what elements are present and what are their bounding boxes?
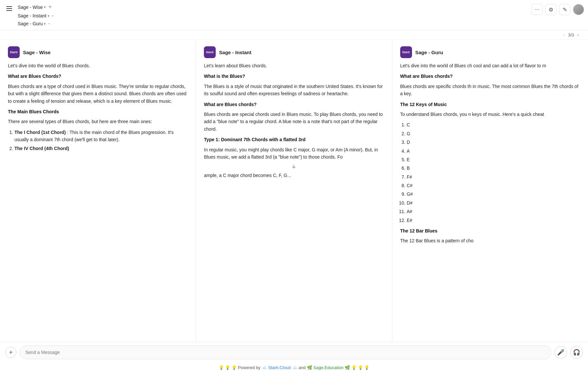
wise-heading-1: What are Blues Chords? <box>8 73 188 80</box>
add-session-button[interactable]: + <box>47 4 53 11</box>
add-attachment-button[interactable]: + <box>5 347 16 358</box>
startr-logo-text: Startr <box>206 51 214 54</box>
footer-trailing: 🌿 💡 💡 💡 <box>345 365 369 370</box>
instant-intro: Let's learn about Blues chords. <box>204 62 384 69</box>
footer-and: ☁️ and <box>292 365 306 370</box>
avatar-button[interactable] <box>573 4 584 15</box>
guru-intro: Let's dive into the world of Blues ch co… <box>400 62 580 69</box>
top-bar-left: Sage - Wise ▾ + Sage - Instant ▾ − Sage … <box>4 3 56 27</box>
filter-button[interactable]: ⚙ <box>545 4 556 15</box>
session-list: Sage - Wise ▾ + Sage - Instant ▾ − Sage … <box>16 3 56 27</box>
wise-heading-2: The Main Blues Chords <box>8 108 188 115</box>
guru-heading-2: The 12 Keys of Music <box>400 101 580 108</box>
footer-powered: 💡 💡 💡 Powered by ☁️ <box>219 365 267 370</box>
startr-logo-instant: Startr <box>204 46 216 58</box>
session-item-guru[interactable]: Sage - Guru ▾ − <box>16 20 56 27</box>
column-instant-header: Startr Sage - Instant <box>204 46 384 58</box>
list-item: The IV Chord (4th Chord) <box>14 145 188 152</box>
main-content: Startr Sage - Wise Let's dive into the w… <box>0 40 588 342</box>
list-item: C <box>407 121 580 128</box>
list-item: B <box>407 165 580 172</box>
chevron-down-icon: ▾ <box>44 5 46 9</box>
top-bar: Sage - Wise ▾ + Sage - Instant ▾ − Sage … <box>0 0 588 30</box>
instant-para-4: ample, a C major chord becomes C, F, G..… <box>204 172 384 179</box>
wise-intro: Let's dive into the world of Blues chord… <box>8 62 188 69</box>
list-item: The I Chord (1st Chord) : This is the ma… <box>14 129 188 143</box>
column-wise-title: Sage - Wise <box>23 50 51 55</box>
next-page-button[interactable]: › <box>576 32 580 38</box>
remove-session-button[interactable]: − <box>48 21 50 26</box>
guru-keys-list: C G D A E B F# C# G# D# A# E# <box>407 121 580 224</box>
column-guru-body: Let's dive into the world of Blues ch co… <box>400 62 580 245</box>
scroll-down-icon <box>204 164 384 169</box>
edit-button[interactable]: ✎ <box>559 4 570 15</box>
edit-icon: ✎ <box>563 7 567 13</box>
list-item: A <box>407 147 580 155</box>
headphone-icon: 🎧 <box>573 349 580 356</box>
page-indicator: 3/3 <box>568 33 574 37</box>
wise-para-2: There are several types of Blues chords,… <box>8 118 188 125</box>
footer-line: 💡 💡 💡 Powered by ☁️ Startr.Cloud ☁️ and … <box>219 365 369 370</box>
top-bar-right: ··· ⚙ ✎ <box>532 3 584 15</box>
columns-wrapper: Startr Sage - Wise Let's dive into the w… <box>0 40 588 342</box>
column-wise-header: Startr Sage - Wise <box>8 46 188 58</box>
pagination: ‹ 3/3 › <box>562 32 580 38</box>
more-icon: ··· <box>535 7 539 12</box>
wise-para-1: Blues chords are a type of chord used in… <box>8 83 188 105</box>
list-item: E <box>407 156 580 163</box>
startr-logo-guru: Startr <box>400 46 412 58</box>
guru-para-2: To understand Blues chords, you n keys o… <box>400 111 580 118</box>
mic-icon: 🎤 <box>557 349 564 356</box>
session-guru-label: Sage - Guru <box>18 21 43 26</box>
column-instant-title: Sage - Instant <box>219 50 251 55</box>
column-wise: Startr Sage - Wise Let's dive into the w… <box>0 40 196 342</box>
instant-para-1: The Blues is a style of music that origi… <box>204 83 384 98</box>
microphone-button[interactable]: 🎤 <box>555 346 567 359</box>
guru-heading-3: The 12 Bar Blues <box>400 227 580 234</box>
session-item-wise[interactable]: Sage - Wise ▾ + <box>16 3 56 11</box>
list-item: A# <box>407 208 580 215</box>
column-wise-body: Let's dive into the world of Blues chord… <box>8 62 188 152</box>
hamburger-icon <box>6 6 12 11</box>
sage-education-link[interactable]: 🌿 Sage.Education <box>307 365 343 370</box>
filter-icon: ⚙ <box>549 7 553 13</box>
instant-para-3: In regular music, you might play chords … <box>204 146 384 161</box>
list-item: D <box>407 139 580 146</box>
remove-session-button[interactable]: − <box>51 13 54 18</box>
avatar <box>573 4 584 15</box>
column-guru: Startr Sage - Guru Let's dive into the w… <box>392 40 588 342</box>
instant-para-2: Blues chords are special chords used in … <box>204 111 384 133</box>
column-guru-title: Sage - Guru <box>415 50 443 55</box>
list-item: G <box>407 130 580 137</box>
plus-icon: + <box>9 349 13 356</box>
column-instant: Startr Sage - Instant Let's learn about … <box>196 40 392 342</box>
guru-heading-1: What are Blues chords? <box>400 73 580 80</box>
session-wise-label: Sage - Wise <box>18 5 43 10</box>
list-item: F# <box>407 173 580 181</box>
column-instant-body: Let's learn about Blues chords. What is … <box>204 62 384 179</box>
wise-chords-list: The I Chord (1st Chord) : This is the ma… <box>14 129 188 152</box>
prev-page-button[interactable]: ‹ <box>562 32 566 38</box>
guru-para-1: Blues chords are specific chords th in m… <box>400 83 580 98</box>
startr-logo-wise: Startr <box>8 46 20 58</box>
hamburger-button[interactable] <box>4 3 14 14</box>
chevron-down-icon: ▾ <box>48 14 49 18</box>
column-guru-header: Startr Sage - Guru <box>400 46 580 58</box>
instant-heading-1: What is the Blues? <box>204 73 384 80</box>
list-item: D# <box>407 199 580 207</box>
session-item-instant[interactable]: Sage - Instant ▾ − <box>16 12 56 19</box>
guru-para-3: The 12 Bar Blues is a pattern of cho <box>400 237 580 244</box>
more-button[interactable]: ··· <box>532 4 543 15</box>
list-item: E# <box>407 217 580 224</box>
message-input[interactable] <box>20 345 551 359</box>
startr-link[interactable]: Startr.Cloud <box>268 365 291 370</box>
bottom-input-area: + 🎤 🎧 <box>0 342 588 363</box>
startr-logo-text: Startr <box>10 51 18 54</box>
headphone-button[interactable]: 🎧 <box>570 346 583 359</box>
session-instant-label: Sage - Instant <box>18 13 46 18</box>
chevron-down-icon: ▾ <box>44 22 46 26</box>
footer: 💡 💡 💡 Powered by ☁️ Startr.Cloud ☁️ and … <box>0 363 588 374</box>
list-item: C# <box>407 182 580 189</box>
list-item: G# <box>407 190 580 198</box>
pagination-bar: ‹ 3/3 › <box>0 30 588 40</box>
